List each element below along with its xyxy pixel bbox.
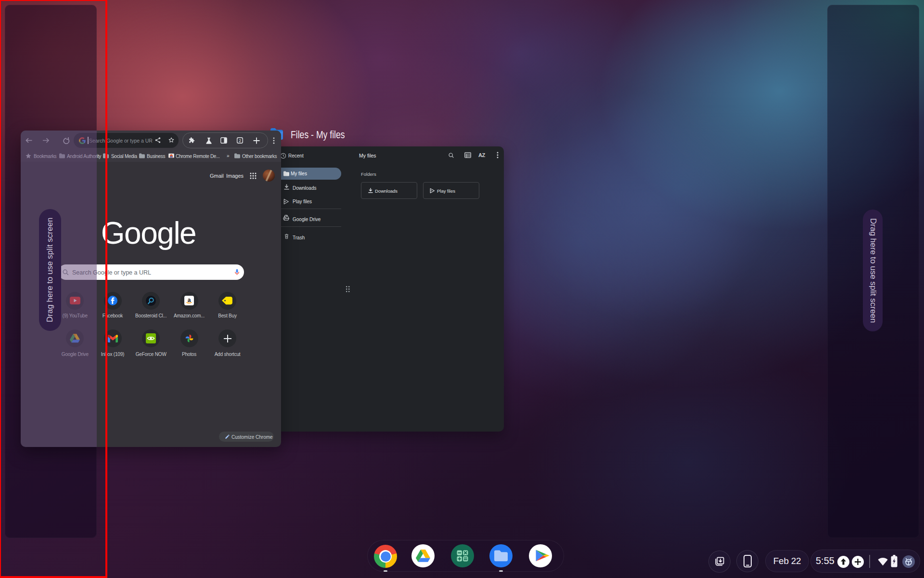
svg-text:a: a bbox=[188, 297, 191, 303]
svg-text:2: 2 bbox=[239, 139, 241, 143]
